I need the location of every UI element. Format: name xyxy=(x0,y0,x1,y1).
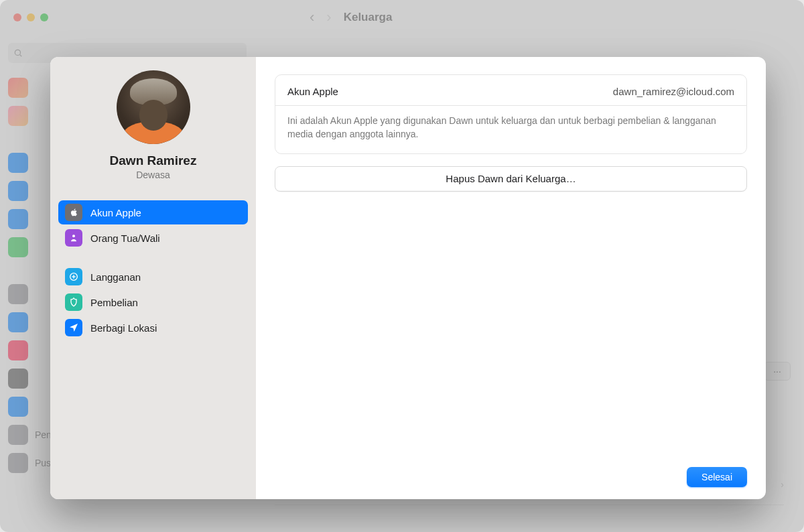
location-icon xyxy=(65,319,82,336)
user-role: Dewasa xyxy=(136,170,170,180)
svg-point-2 xyxy=(72,235,75,237)
account-label: Akun Apple xyxy=(287,86,338,97)
account-value: dawn_ramirez@icloud.com xyxy=(613,86,734,97)
sidebar-item-parent[interactable]: Orang Tua/Wali xyxy=(58,226,248,250)
parent-icon xyxy=(65,229,82,247)
sidebar-item-label: Langganan xyxy=(90,271,141,283)
apple-account-card: Akun Apple dawn_ramirez@icloud.com Ini a… xyxy=(275,74,747,154)
modal-sidebar: Dawn Ramirez Dewasa Akun Apple Orang Tua… xyxy=(50,57,256,499)
remove-from-family-button[interactable]: Hapus Dawn dari Keluarga… xyxy=(275,166,747,192)
account-description: Ini adalah Akun Apple yang digunakan Daw… xyxy=(287,114,734,141)
sidebar-item-label: Pembelian xyxy=(90,297,138,308)
sidebar-item-label: Berbagi Lokasi xyxy=(90,322,157,334)
purchases-icon xyxy=(65,293,82,311)
subscriptions-icon xyxy=(65,268,82,285)
sidebar-item-label: Orang Tua/Wali xyxy=(90,232,160,244)
apple-icon xyxy=(65,204,82,221)
modal-main: Akun Apple dawn_ramirez@icloud.com Ini a… xyxy=(256,57,766,499)
family-member-modal: Dawn Ramirez Dewasa Akun Apple Orang Tua… xyxy=(50,57,766,499)
sidebar-item-label: Akun Apple xyxy=(90,207,141,218)
user-name: Dawn Ramirez xyxy=(110,153,197,168)
sidebar-item-apple-account[interactable]: Akun Apple xyxy=(58,200,248,224)
done-button[interactable]: Selesai xyxy=(687,467,747,487)
sidebar-item-purchases[interactable]: Pembelian xyxy=(58,290,248,314)
sidebar-item-subscriptions[interactable]: Langganan xyxy=(58,265,248,289)
divider xyxy=(275,105,746,106)
avatar xyxy=(117,70,190,144)
sidebar-item-share-location[interactable]: Berbagi Lokasi xyxy=(58,316,248,340)
